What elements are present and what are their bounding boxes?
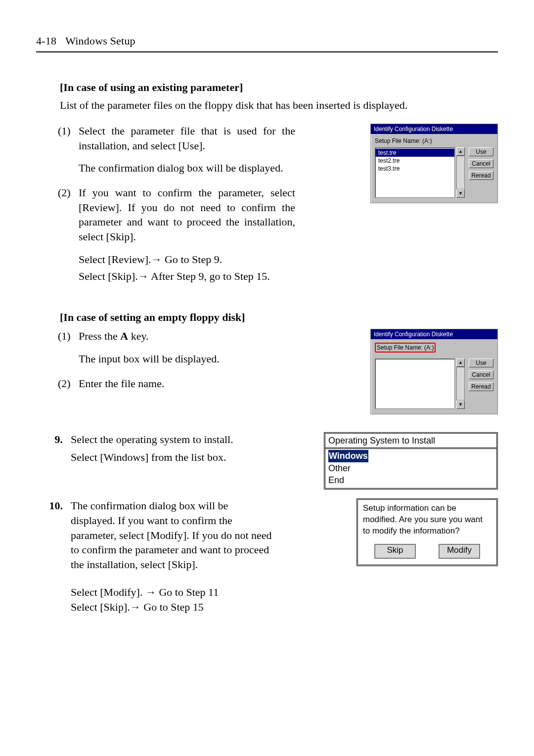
section2-item-1: (1) Press the A key. The input box will …	[58, 329, 295, 366]
list-item-sub: The input box will be displayed.	[79, 352, 295, 366]
list-number: (1)	[58, 124, 79, 176]
os-install-listbox: Operating System to Install Windows Othe…	[324, 432, 498, 489]
list-number: (1)	[58, 329, 79, 366]
setup-file-label: Setup File Name: (A:)	[375, 137, 493, 144]
section2-item-2: (2) Enter the file name.	[58, 376, 295, 391]
scroll-up-icon[interactable]: ▲	[456, 358, 465, 367]
section1-heading: [In case of using an existing parameter]	[60, 81, 498, 94]
file-list-empty[interactable]	[375, 358, 455, 409]
list-number: (2)	[58, 376, 79, 391]
confirm-text: Setup information can be modified. Are y…	[363, 503, 491, 537]
page-number: 4-18	[36, 35, 56, 47]
os-box-title: Operating System to Install	[325, 434, 496, 449]
scrollbar[interactable]: ▲ ▼	[456, 147, 465, 198]
section1-item-1: (1) Select the parameter file that is us…	[58, 124, 295, 176]
dialog-titlebar: Identify Configuration Diskette	[371, 124, 497, 134]
list-item-text: Enter the file name.	[79, 376, 295, 391]
section2-heading: [In case of setting an empty floppy disk…	[60, 311, 498, 324]
os-item-other[interactable]: Other	[328, 462, 493, 474]
confirm-modify-dialog: Setup information can be modified. Are y…	[356, 498, 498, 566]
step10-number: 10.	[36, 498, 71, 614]
use-button[interactable]: Use	[469, 147, 493, 156]
scrollbar[interactable]: ▲ ▼	[456, 358, 465, 409]
list-item-text: Select the parameter file that is used f…	[79, 124, 295, 153]
scroll-track[interactable]	[456, 367, 465, 400]
scroll-down-icon[interactable]: ▼	[456, 400, 465, 409]
scroll-down-icon[interactable]: ▼	[456, 189, 465, 198]
step9-line1: Select the operating system to install.	[71, 432, 273, 447]
page-header: 4-18 Windows Setup	[36, 35, 498, 47]
setup-file-label-highlighted: Setup File Name: (A:)	[375, 343, 436, 353]
step9-number: 9.	[36, 432, 71, 489]
identify-diskette-dialog-1: Identify Configuration Diskette Setup Fi…	[370, 124, 498, 203]
list-item-sub2: Select [Skip].→ After Step 9, go to Step…	[79, 269, 295, 284]
list-item-text: Press the A key.	[79, 330, 149, 342]
list-item-sub1: Select [Review].→ Go to Step 9.	[79, 252, 295, 267]
section1-intro: List of the parameter files on the flopp…	[60, 99, 498, 112]
scroll-track[interactable]	[456, 156, 465, 189]
cancel-button[interactable]: Cancel	[469, 370, 493, 379]
step10-text: The confirmation dialog box will be disp…	[71, 498, 273, 572]
os-item-windows[interactable]: Windows	[328, 450, 368, 462]
scroll-up-icon[interactable]: ▲	[456, 147, 465, 156]
list-item-sub: The confirmation dialog box will be disp…	[79, 161, 295, 176]
file-item-selected[interactable]: test.tre	[375, 149, 454, 157]
header-rule	[36, 51, 498, 52]
step10-sub1: Select [Modify]. → Go to Step 11	[71, 585, 273, 600]
reread-button[interactable]: Reread	[469, 171, 493, 180]
list-number: (2)	[58, 185, 79, 283]
reread-button[interactable]: Reread	[469, 382, 493, 391]
step9-line2: Select [Windows] from the list box.	[71, 450, 273, 465]
modify-button[interactable]: Modify	[439, 544, 480, 559]
identify-diskette-dialog-2: Identify Configuration Diskette Setup Fi…	[370, 329, 498, 414]
os-item-end[interactable]: End	[328, 474, 493, 486]
file-list[interactable]: test.tre test2.tre test3.tre	[375, 147, 455, 198]
section1-item-2: (2) If you want to confirm the parameter…	[58, 185, 295, 283]
file-item[interactable]: test2.tre	[375, 157, 454, 165]
list-item-text: If you want to confirm the parameter, se…	[79, 185, 295, 244]
file-item[interactable]: test3.tre	[375, 165, 454, 173]
dialog-titlebar: Identify Configuration Diskette	[371, 329, 497, 339]
cancel-button[interactable]: Cancel	[469, 159, 493, 168]
page-title: Windows Setup	[65, 35, 135, 47]
skip-button[interactable]: Skip	[374, 544, 416, 559]
use-button[interactable]: Use	[469, 358, 493, 367]
step10-sub2: Select [Skip].→ Go to Step 15	[71, 600, 273, 615]
